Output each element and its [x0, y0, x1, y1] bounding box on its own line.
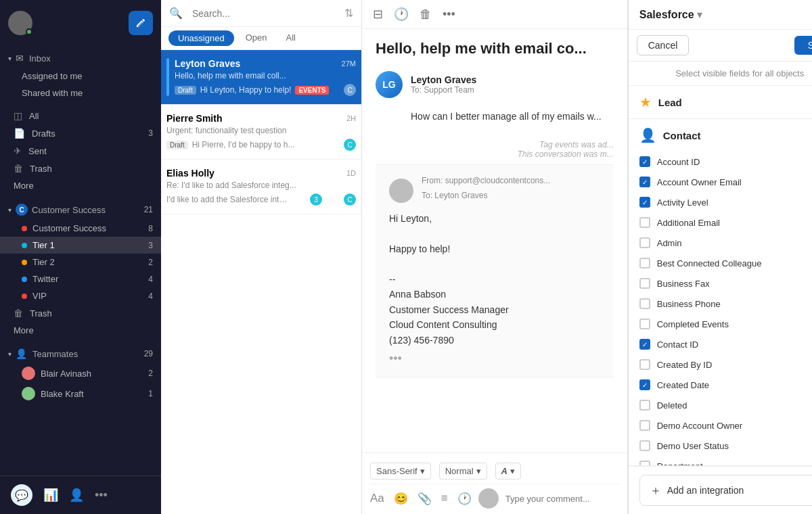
sf-save-button[interactable]: Save: [794, 36, 812, 55]
conv-item-2[interactable]: Pierre Smith 2H Urgent: functionality te…: [161, 105, 361, 160]
sf-cancel-button[interactable]: Cancel: [637, 35, 690, 55]
sidebar-item-assigned[interactable]: Assigned to me: [0, 68, 161, 85]
user-avatar[interactable]: [8, 11, 32, 35]
twitter-badge: 4: [148, 275, 153, 284]
sf-field-item-3[interactable]: Additional Email: [639, 212, 812, 233]
reply-greeting: Hi Leyton,: [389, 211, 600, 226]
sf-field-item-7[interactable]: Business Phone: [639, 294, 812, 314]
people-icon[interactable]: 👤: [69, 488, 84, 503]
sidebar-item-cs-trash[interactable]: 🗑 Trash: [0, 304, 161, 322]
sidebar-item-shared[interactable]: Shared with me: [0, 85, 161, 101]
more-label: More: [14, 181, 34, 191]
inbox-header[interactable]: ▾ ✉ Inbox: [0, 49, 161, 68]
sf-field-item-9[interactable]: Contact ID: [639, 334, 812, 354]
sf-field-item-13[interactable]: Demo Account Owner: [639, 415, 812, 436]
more-icon[interactable]: •••: [443, 7, 455, 22]
list-icon[interactable]: ≡: [441, 492, 448, 505]
tab-unassigned[interactable]: Unassigned: [168, 30, 234, 46]
chat-icon[interactable]: 💬: [11, 484, 32, 506]
text-format-icon[interactable]: Aa: [370, 492, 384, 505]
sf-field-item-11[interactable]: Created Date: [639, 375, 812, 395]
sort-icon[interactable]: ⇅: [344, 7, 353, 20]
sf-checkbox-7[interactable]: [639, 298, 650, 309]
search-input[interactable]: [192, 8, 339, 19]
reply-sig-company: Cloud Content Consulting: [389, 317, 600, 332]
sidebar-item-trash[interactable]: 🗑 Trash: [0, 160, 161, 177]
sf-checkbox-2[interactable]: [639, 197, 650, 208]
sidebar-item-all[interactable]: ◫ All: [0, 107, 161, 124]
font-size-select[interactable]: Normal ▾: [439, 463, 487, 480]
sidebar-item-blair[interactable]: Blair Avinash 2: [0, 363, 161, 383]
sf-field-item-14[interactable]: Demo User Status: [639, 436, 812, 456]
sf-field-item-4[interactable]: Admin: [639, 233, 812, 253]
font-family-select[interactable]: Sans-Serif ▾: [370, 463, 431, 480]
sidebar-item-cs-sub[interactable]: Customer Success 8: [0, 220, 161, 237]
sf-contact-header[interactable]: 👤 Contact ◎: [629, 119, 812, 151]
sidebar-item-sent[interactable]: ✈ Sent: [0, 142, 161, 160]
conv-tabs: Unassigned Open All: [161, 27, 361, 50]
sf-checkbox-15[interactable]: [639, 461, 650, 466]
cs-header[interactable]: ▾ C Customer Success 21: [0, 200, 161, 220]
sf-field-item-15[interactable]: Department: [639, 456, 812, 466]
sf-lead-header[interactable]: ★ Lead ◎: [629, 86, 812, 118]
sf-checkbox-14[interactable]: [639, 440, 650, 451]
sidebar-item-tier2[interactable]: Tier 2 2: [0, 254, 161, 271]
conv-preview-2: Urgent: functionality test question: [166, 126, 356, 135]
conv-item-1[interactable]: Leyton Graves 27M Hello, help me with em…: [161, 50, 361, 105]
sidebar-item-twitter[interactable]: Twitter 4: [0, 271, 161, 287]
sf-field-item-6[interactable]: Business Fax: [639, 273, 812, 294]
sf-field-item-8[interactable]: Completed Events: [639, 314, 812, 334]
more-options-icon[interactable]: •••: [95, 488, 108, 503]
sidebar-item-cs-more[interactable]: More: [0, 322, 161, 339]
sf-field-item-0[interactable]: Account ID: [639, 151, 812, 172]
sf-checkbox-4[interactable]: [639, 237, 650, 248]
sf-add-integration-button[interactable]: ＋ Add an integration: [639, 475, 812, 506]
badge-events-1: EVENTS: [295, 86, 329, 95]
sf-chevron-icon[interactable]: ▾: [697, 8, 702, 21]
tier2-dot: [22, 260, 27, 265]
sidebar-item-more[interactable]: More: [0, 177, 161, 194]
tab-all[interactable]: All: [276, 27, 304, 49]
sf-checkbox-9[interactable]: [639, 339, 650, 350]
sidebar-item-vip[interactable]: VIP 4: [0, 287, 161, 304]
format-select[interactable]: A ▾: [495, 463, 521, 480]
tab-open[interactable]: Open: [236, 27, 277, 49]
conv-item-3[interactable]: Elias Holly 1D Re: I'd like to add Sales…: [161, 160, 361, 214]
expand-icon[interactable]: •••: [389, 348, 600, 366]
sf-checkbox-0[interactable]: [639, 156, 650, 167]
emoji-icon[interactable]: 😊: [394, 492, 408, 506]
compose-button[interactable]: [129, 11, 153, 35]
sf-checkbox-1[interactable]: [639, 177, 650, 187]
sf-subtitle: Select visible fields for all objects: [629, 62, 812, 86]
sf-field-item-1[interactable]: Account Owner Email: [639, 172, 812, 192]
chart-icon[interactable]: 📊: [43, 488, 58, 503]
sidebar-item-tier1[interactable]: Tier 1 3: [0, 237, 161, 254]
conv-badges-1: Draft Hi Leyton, Happy to help! EVENTS C: [175, 84, 356, 96]
sf-field-item-10[interactable]: Created By ID: [639, 354, 812, 375]
reply-line: Happy to help!: [389, 241, 600, 256]
sf-checkbox-3[interactable]: [639, 217, 650, 228]
sf-field-item-2[interactable]: Activity Level: [639, 192, 812, 212]
sf-checkbox-10[interactable]: [639, 359, 650, 370]
sf-checkbox-11[interactable]: [639, 379, 650, 390]
sf-checkbox-12[interactable]: [639, 400, 650, 411]
sf-checkbox-6[interactable]: [639, 278, 650, 289]
sf-checkbox-5[interactable]: [639, 258, 650, 268]
count-badge-3: 3: [310, 193, 322, 206]
sf-field-item-12[interactable]: Deleted: [639, 395, 812, 415]
size-chevron: ▾: [476, 466, 481, 476]
clock-icon[interactable]: 🕐: [394, 7, 409, 22]
sidebar-item-drafts[interactable]: 📄 Drafts 3: [0, 124, 161, 142]
sf-checkbox-13[interactable]: [639, 420, 650, 431]
cs-more-label: More: [14, 325, 34, 335]
teammates-header[interactable]: ▾ 👤 Teammates 29: [0, 344, 161, 363]
vip-badge: 4: [148, 291, 153, 301]
sf-checkbox-8[interactable]: [639, 319, 650, 329]
sidebar-item-blake[interactable]: Blake Kraft 1: [0, 383, 161, 404]
archive-icon[interactable]: ⊟: [373, 7, 383, 22]
compose-input[interactable]: [505, 494, 619, 504]
delete-icon[interactable]: 🗑: [420, 7, 432, 22]
schedule-icon[interactable]: 🕐: [457, 492, 472, 506]
sf-field-item-5[interactable]: Best Connected Colleague: [639, 253, 812, 273]
attach-icon[interactable]: 📎: [418, 492, 432, 506]
